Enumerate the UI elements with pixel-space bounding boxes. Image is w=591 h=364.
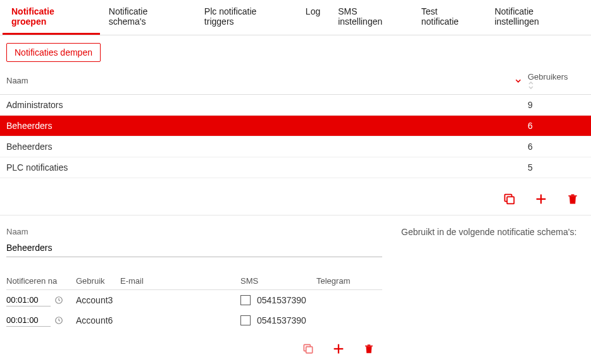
row-users: 9	[528, 100, 585, 110]
sub-copy-icon[interactable]	[301, 342, 315, 356]
tab-0[interactable]: Notificatie groepen	[3, 0, 100, 35]
svg-rect-0	[507, 197, 514, 203]
sub-add-icon[interactable]	[332, 342, 345, 356]
subcol-user[interactable]: Gebruik	[76, 276, 120, 286]
notify-time-input[interactable]	[6, 314, 51, 327]
subcol-sms[interactable]: SMS	[240, 276, 316, 286]
tab-4[interactable]: SMS instellingen	[329, 0, 412, 35]
detail-name-input[interactable]	[6, 240, 382, 257]
subcol-notify[interactable]: Notificeren na	[6, 276, 76, 286]
used-in-label: Gebruikt in de volgende notificatie sche…	[401, 227, 585, 237]
add-icon[interactable]	[534, 192, 548, 206]
mute-notifications-button[interactable]: Notificaties dempen	[6, 43, 101, 62]
notify-time-input[interactable]	[6, 294, 51, 306]
sms-number: 0541537390	[257, 295, 306, 305]
sub-row[interactable]: Account60541537390	[6, 310, 382, 331]
table-header: Naam Gebruikers	[0, 67, 591, 95]
column-users-header[interactable]: Gebruikers	[528, 72, 568, 82]
subcol-telegram[interactable]: Telegram	[316, 276, 373, 286]
sms-number: 0541537390	[257, 315, 306, 325]
tab-3[interactable]: Log	[297, 0, 329, 35]
clock-icon[interactable]	[54, 316, 63, 325]
tab-6[interactable]: Notificatie instellingen	[486, 0, 588, 35]
sms-checkbox[interactable]	[240, 295, 251, 305]
sub-user: Account3	[76, 295, 120, 305]
sort-desc-icon[interactable]	[514, 76, 523, 85]
row-users: 6	[528, 121, 585, 131]
row-users: 6	[528, 142, 585, 152]
tab-2[interactable]: Plc notificatie triggers	[196, 0, 297, 35]
table-row[interactable]: Administrators9	[0, 95, 591, 116]
row-users: 5	[528, 162, 585, 173]
sub-delete-icon[interactable]	[362, 342, 376, 356]
row-name: Beheerders	[6, 121, 528, 131]
table-row[interactable]: Beheerders6	[0, 116, 591, 136]
column-name-header[interactable]: Naam	[6, 76, 28, 85]
sub-user: Account6	[76, 315, 120, 325]
tab-1[interactable]: Notificatie schema's	[100, 0, 196, 35]
row-name: Beheerders	[6, 142, 528, 152]
table-row[interactable]: Beheerders6	[0, 136, 591, 157]
delete-icon[interactable]	[566, 192, 580, 206]
tab-5[interactable]: Test notificatie	[413, 0, 486, 35]
sms-checkbox[interactable]	[240, 315, 251, 325]
table-row[interactable]: PLC notificaties5	[0, 157, 591, 178]
row-name: PLC notificaties	[6, 162, 528, 173]
detail-name-label: Naam	[6, 227, 382, 236]
copy-icon[interactable]	[502, 192, 516, 206]
clock-icon[interactable]	[54, 296, 63, 305]
sub-row[interactable]: Account30541537390	[6, 290, 382, 310]
row-name: Administrators	[6, 100, 528, 110]
svg-rect-5	[306, 347, 313, 353]
sort-neutral-icon[interactable]	[528, 82, 585, 89]
subcol-email[interactable]: E-mail	[120, 276, 240, 286]
